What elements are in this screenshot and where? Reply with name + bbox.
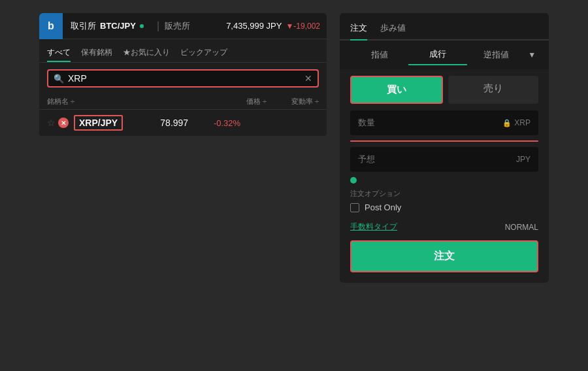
post-only-checkbox[interactable] xyxy=(350,203,359,212)
green-indicator-dot xyxy=(350,177,357,184)
tab-market[interactable]: 成行 xyxy=(408,44,466,65)
ticker-symbol[interactable]: XRP/JPY xyxy=(74,115,123,131)
price-value: 7,435,999 JPY xyxy=(226,21,282,31)
quantity-unit: 🔒 XRP xyxy=(502,118,531,127)
search-box[interactable]: 🔍 XRP ✕ xyxy=(47,69,319,88)
buy-button[interactable]: 買い xyxy=(350,76,443,104)
quantity-underline xyxy=(350,140,538,142)
estimate-section: 予想 JPY xyxy=(340,147,549,172)
search-icon: 🔍 xyxy=(54,74,64,84)
estimate-field[interactable]: 予想 JPY xyxy=(350,147,538,172)
lock-icon: 🔒 xyxy=(502,119,512,127)
ticker-change: -0.32% xyxy=(188,118,240,128)
remove-ticker-button[interactable]: ✕ xyxy=(58,118,69,128)
ticker-price: 78.997 xyxy=(123,118,188,128)
post-only-label: Post Only xyxy=(365,202,401,212)
order-type-tabs: 指値 成行 逆指値 ▼ xyxy=(340,40,549,69)
tab-stop[interactable]: 逆指値 xyxy=(467,45,525,65)
buy-sell-section: 買い 売り xyxy=(340,69,549,110)
favorite-star-button[interactable]: ☆ xyxy=(47,118,56,128)
right-panel: 注文 歩み値 指値 成行 逆指値 ▼ 買い 売り 数量 🔒 XRP xyxy=(340,13,549,283)
row-actions: ☆ ✕ xyxy=(47,118,69,128)
tab-limit[interactable]: 指値 xyxy=(350,45,408,65)
tab-order[interactable]: 注文 xyxy=(350,20,367,39)
form-section: 数量 🔒 XRP xyxy=(340,110,549,135)
search-clear-button[interactable]: ✕ xyxy=(304,73,312,84)
tab-history[interactable]: 歩み値 xyxy=(380,20,406,39)
header-exchange: 取引所 BTC/JPY xyxy=(63,20,152,32)
estimate-label: 予想 xyxy=(358,153,375,165)
quantity-label: 数量 xyxy=(358,117,375,129)
table-row: ☆ ✕ XRP/JPY 78.997 -0.32% xyxy=(39,110,327,137)
tab-all[interactable]: すべて xyxy=(47,44,71,62)
left-header: b 取引所 BTC/JPY | 販売所 7,435,999 JPY ▼-19,0… xyxy=(39,13,327,39)
tab-holdings[interactable]: 保有銘柄 xyxy=(81,44,112,62)
options-title: 注文オプション xyxy=(350,189,538,199)
app-logo: b xyxy=(39,13,63,39)
fee-value: NORMAL xyxy=(505,223,538,232)
exchange-label: 取引所 xyxy=(71,20,96,32)
right-tab-bar: 注文 歩み値 xyxy=(340,13,549,40)
tab-pickup[interactable]: ピックアップ xyxy=(180,44,227,62)
left-panel: b 取引所 BTC/JPY | 販売所 7,435,999 JPY ▼-19,0… xyxy=(39,13,327,137)
col-header-name: 銘柄名 ÷ xyxy=(47,97,201,106)
fee-type-link[interactable]: 手数料タイプ xyxy=(350,221,397,233)
col-header-change: 変動率 ÷ xyxy=(267,97,319,106)
tab-favorites[interactable]: ★お気に入り xyxy=(123,44,170,62)
order-submit-button[interactable]: 注文 xyxy=(350,240,538,272)
col-header-price: 価格 ÷ xyxy=(201,97,267,106)
hanbai-label: 販売所 xyxy=(165,20,190,32)
trading-pair: BTC/JPY xyxy=(100,21,136,31)
table-header: 銘柄名 ÷ 価格 ÷ 変動率 ÷ xyxy=(39,94,327,110)
sell-button[interactable]: 売り xyxy=(448,76,538,104)
search-area: 🔍 XRP ✕ xyxy=(39,63,327,94)
header-divider: | xyxy=(157,20,159,32)
post-only-row[interactable]: Post Only xyxy=(350,202,538,212)
quantity-field[interactable]: 数量 🔒 XRP xyxy=(350,110,538,135)
price-change: ▼-19,002 xyxy=(286,22,320,31)
order-type-dropdown[interactable]: ▼ xyxy=(525,48,538,62)
order-options: 注文オプション Post Only xyxy=(340,186,549,218)
header-price: 7,435,999 JPY ▼-19,002 xyxy=(226,21,327,31)
connection-dot xyxy=(140,24,144,28)
fee-row: 手数料タイプ NORMAL xyxy=(340,218,549,236)
search-input[interactable]: XRP xyxy=(68,73,301,84)
estimate-unit: JPY xyxy=(516,155,531,164)
left-tab-bar: すべて 保有銘柄 ★お気に入り ピックアップ xyxy=(39,39,327,63)
